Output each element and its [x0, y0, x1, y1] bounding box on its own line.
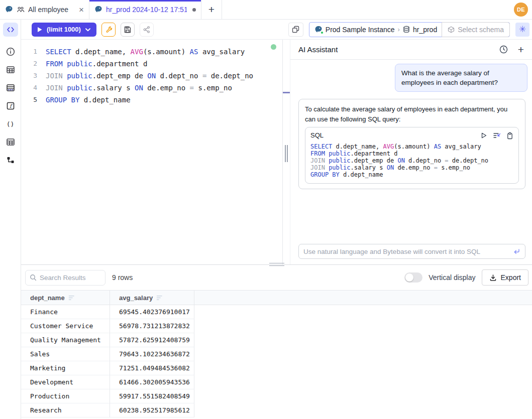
table-row[interactable]: Quality Management57872.625912408759: [21, 333, 532, 347]
wrench-icon: [104, 26, 113, 34]
batch-icon: [291, 25, 300, 34]
sort-icon[interactable]: [156, 295, 163, 301]
postgres-icon: [314, 26, 323, 34]
batch-query-button[interactable]: [288, 23, 303, 37]
connection-breadcrumb[interactable]: Prod Sample Instance › hr_prod Select: [309, 22, 510, 37]
tab-hr-prod[interactable]: hr_prod 2024-10-12 17:51: [89, 0, 201, 19]
select-schema-button[interactable]: Select schema: [442, 22, 510, 37]
unsaved-indicator: [192, 8, 196, 12]
table-row[interactable]: Customer Service56978.731213872832: [21, 319, 532, 333]
vertical-display-toggle[interactable]: [404, 272, 422, 283]
assistant-sql-code: SELECT d.dept_name, AVG(s.amount) AS avg…: [310, 143, 513, 178]
connection-healthy-dot: [271, 44, 276, 50]
sql-editor-app: All employee × hr_prod 2024-10-12 17:51 …: [0, 0, 532, 419]
results-table-header: dept_name avg_salary: [21, 290, 532, 305]
table-row[interactable]: Development61466.302005943536: [21, 375, 532, 389]
tab-bar-spacer: DE: [222, 0, 532, 19]
share-button[interactable]: [140, 23, 154, 37]
horizontal-splitter-handle[interactable]: [269, 263, 284, 266]
sidebar-item-sql-editor[interactable]: [3, 23, 18, 37]
search-results-box: [25, 270, 105, 286]
column-header-avg-salary[interactable]: avg_salary: [110, 291, 194, 305]
export-label: Export: [501, 273, 521, 282]
code-block-language-label: SQL: [310, 130, 324, 141]
table-row[interactable]: Finance69545.402376910017: [21, 305, 532, 319]
sql-code-editor[interactable]: 1SELECT d.dept_name, AVG(s.amount) AS av…: [21, 40, 282, 264]
vertical-splitter[interactable]: [282, 40, 290, 264]
return-icon[interactable]: [512, 247, 520, 255]
search-icon: [30, 274, 37, 281]
select-schema-label: Select schema: [458, 26, 504, 34]
sidebar: f (): [0, 20, 21, 419]
sidebar-item-tables[interactable]: [3, 62, 18, 77]
sidebar-item-schema-diagram[interactable]: [3, 80, 18, 95]
insert-into-editor-icon[interactable]: [493, 132, 501, 139]
ai-assistant-title: AI Assistant: [298, 45, 489, 54]
new-tab-button[interactable]: +: [201, 0, 222, 19]
ai-prompt-input[interactable]: [303, 248, 509, 255]
function-icon: f: [6, 101, 16, 111]
cell-dept-name: Marketing: [21, 361, 110, 375]
cube-icon: [448, 26, 455, 33]
sidebar-item-diagram[interactable]: [3, 153, 18, 168]
group-icon: [17, 6, 25, 14]
sql-code-lines: 1SELECT d.dept_name, AVG(s.amount) AS av…: [21, 46, 282, 106]
results-toolbar: 9 rows Vertical display Export: [21, 265, 532, 290]
copy-icon[interactable]: [506, 132, 513, 139]
tab-all-employee[interactable]: All employee ×: [0, 0, 89, 19]
format-sql-button[interactable]: [101, 23, 116, 37]
results-panel: 9 rows Vertical display Export: [21, 264, 532, 419]
export-button[interactable]: Export: [482, 269, 528, 286]
table-row[interactable]: Production59917.551582408549: [21, 389, 532, 403]
editor-toolbar: (limit 1000): [21, 20, 532, 40]
close-icon[interactable]: ×: [79, 6, 84, 14]
sql-code-block: SQL: [305, 127, 519, 184]
cell-avg-salary: 71251.049484536082: [110, 361, 194, 375]
column-label: avg_salary: [119, 294, 153, 302]
svg-text:f: f: [10, 103, 13, 109]
user-message-bubble: What is the average salary of employees …: [395, 64, 527, 92]
instance-name: Prod Sample Instance: [326, 26, 395, 34]
table-row[interactable]: Marketing71251.049484536082: [21, 361, 532, 375]
info-icon: [6, 47, 16, 57]
search-results-input[interactable]: [40, 274, 101, 282]
table-icon: [6, 137, 16, 147]
row-count-label: 9 rows: [112, 273, 133, 282]
cell-dept-name: Research: [21, 403, 110, 417]
sidebar-item-info[interactable]: [3, 44, 18, 59]
save-sheet-button[interactable]: [121, 23, 135, 37]
sidebar-item-procedures[interactable]: (): [3, 116, 18, 131]
column-header-dept-name[interactable]: dept_name: [21, 291, 110, 305]
table-row[interactable]: Research60238.952517985612: [21, 403, 532, 417]
sidebar-item-functions[interactable]: f: [3, 98, 18, 113]
run-code-icon[interactable]: [480, 132, 487, 139]
cell-dept-name: Sales: [21, 347, 110, 361]
run-query-button[interactable]: (limit 1000): [32, 23, 96, 37]
tab-label: hr_prod 2024-10-12 17:51: [106, 6, 187, 14]
tab-bar: All employee × hr_prod 2024-10-12 17:51 …: [0, 0, 532, 20]
column-label: dept_name: [30, 294, 65, 302]
history-clock-icon[interactable]: [499, 45, 508, 54]
connection-main[interactable]: Prod Sample Instance › hr_prod: [309, 23, 442, 37]
assistant-intro-text: To calculate the average salary of emplo…: [305, 104, 519, 124]
cell-avg-salary: 61466.302005943536: [110, 375, 194, 389]
play-icon: [37, 27, 43, 33]
flow-diagram-icon: [6, 156, 15, 165]
parentheses-icon: (): [7, 120, 15, 128]
sidebar-item-external-tables[interactable]: [3, 134, 18, 150]
sort-icon[interactable]: [68, 295, 75, 301]
ai-message-list: What is the average salary of employees …: [290, 60, 532, 264]
download-icon: [489, 274, 497, 282]
splitter-drag-handle[interactable]: [285, 145, 288, 162]
ai-assistant-toggle-button[interactable]: ✳: [515, 23, 529, 37]
cell-avg-salary: 57872.625912408759: [110, 333, 194, 347]
results-table-body: Finance69545.402376910017Customer Servic…: [21, 305, 532, 417]
new-chat-button[interactable]: +: [518, 44, 524, 55]
table-icon: [6, 65, 16, 75]
splitter-indicator: [283, 92, 290, 93]
table-row[interactable]: Sales79643.102234636872: [21, 347, 532, 361]
cell-avg-salary: 69545.402376910017: [110, 305, 194, 319]
avatar[interactable]: DE: [514, 3, 528, 17]
chevron-down-icon: [85, 27, 91, 33]
cell-dept-name: Development: [21, 375, 110, 389]
